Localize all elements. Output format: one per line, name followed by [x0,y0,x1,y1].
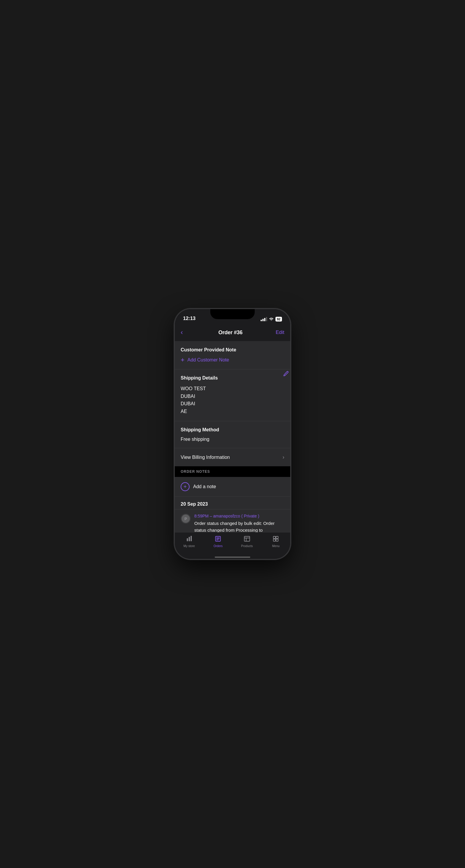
add-customer-note-row[interactable]: + Add Customer Note [181,357,284,363]
edit-shipping-button[interactable] [281,369,290,379]
battery-icon: 92 [275,317,282,321]
shipping-method-value: Free shipping [181,437,284,442]
shipping-details-title: Shipping Details [181,375,284,381]
billing-label: View Billing Information [181,455,230,460]
products-label: Products [241,545,253,548]
my-store-label: My store [184,545,195,548]
order-notes-header: ORDER NOTES [181,469,210,474]
wifi-icon [269,317,274,321]
products-icon [244,535,250,543]
navigation-bar: ‹ Order #36 Edit [175,324,290,341]
shipping-address: WOO TEST DUBAI DUBAI AE [181,385,284,415]
customer-note-inner: Customer Provided Note + Add Customer No… [175,341,290,369]
page-title: Order #36 [218,330,242,336]
svg-rect-10 [273,536,275,538]
menu-icon [272,535,279,543]
section-separator: ORDER NOTES [175,466,290,477]
tab-orders[interactable]: Orders [209,535,227,548]
phone-frame: 12:13 92 ‹ Order #36 Edit [175,309,290,559]
edit-button[interactable]: Edit [276,330,284,335]
note-content-1: 8:59PM – amanaposfzco ( Private ) Order … [194,514,284,532]
notch [210,309,255,319]
scroll-area: Customer Provided Note + Add Customer No… [175,341,290,532]
orders-icon [215,535,221,543]
signal-icon [261,317,267,321]
my-store-icon [186,535,193,543]
svg-rect-1 [189,537,190,541]
note-avatar-1: P [181,514,191,524]
add-note-row[interactable]: + Add a note [175,477,290,497]
battery-level: 92 [277,317,281,321]
address-line3: DUBAI [181,401,195,406]
shipping-method-section: Shipping Method Free shipping [175,421,290,448]
svg-rect-13 [276,539,278,541]
note-text-1: Order status changed by bulk edit: Order… [194,520,284,532]
view-billing-row[interactable]: View Billing Information › [175,448,290,466]
home-indicator [175,557,290,559]
orders-label: Orders [213,545,223,548]
status-time: 12:13 [183,316,196,321]
tab-menu[interactable]: Menu [267,535,285,548]
shipping-method-title: Shipping Method [181,427,284,433]
customer-note-section: Customer Provided Note + Add Customer No… [175,341,290,466]
shipping-details-section: Shipping Details WOO TEST DUBAI DUBAI AE [175,369,290,421]
customer-note-title: Customer Provided Note [181,347,284,352]
chevron-right-icon: › [283,454,284,460]
address-line1: WOO TEST [181,386,206,391]
svg-rect-12 [273,539,275,541]
note-entry-1: P 8:59PM – amanaposfzco ( Private ) Orde… [175,509,290,532]
tab-bar: My store Orders Products [175,532,290,557]
note-date: 20 Sep 2023 [175,497,290,509]
svg-rect-2 [191,536,192,541]
circle-plus-icon: + [181,482,190,491]
tab-products[interactable]: Products [238,535,256,548]
add-note-label: Add Customer Note [187,357,229,363]
back-button[interactable]: ‹ [181,328,185,338]
note-meta-1: 8:59PM – amanaposfzco ( Private ) [194,514,284,518]
order-notes-section: + Add a note 20 Sep 2023 P 8:59PM – aman… [175,477,290,532]
add-icon: + [181,357,184,363]
svg-rect-0 [187,538,188,541]
address-line2: DUBAI [181,394,195,399]
svg-rect-11 [276,536,278,538]
menu-label: Menu [272,545,280,548]
address-line4: AE [181,409,187,414]
status-icons: 92 [261,317,282,321]
home-bar [215,557,250,558]
tab-my-store[interactable]: My store [180,535,198,548]
add-note-full-label: Add a note [193,484,216,489]
svg-rect-7 [244,536,250,541]
